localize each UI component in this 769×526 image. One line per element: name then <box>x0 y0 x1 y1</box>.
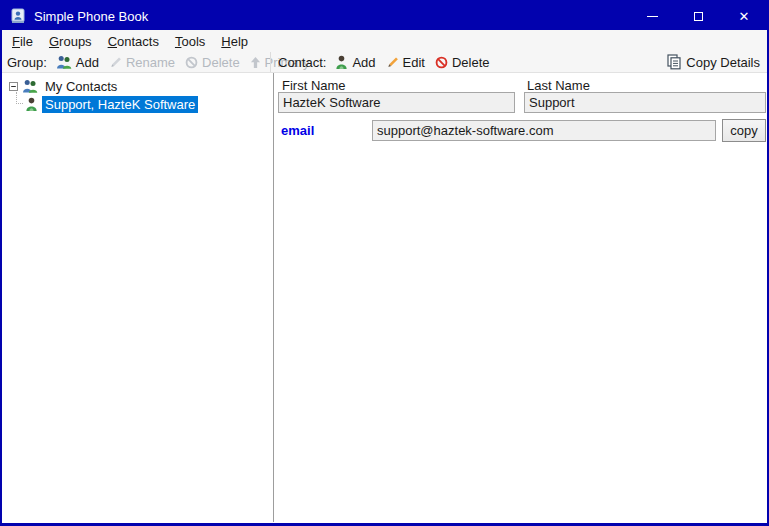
menu-file[interactable]: File <box>4 32 41 51</box>
maximize-icon <box>694 12 703 21</box>
contact-delete-label: Delete <box>452 55 490 70</box>
email-field[interactable] <box>372 120 716 141</box>
main-content: My Contacts Support, HazteK Software Fir… <box>2 73 767 522</box>
last-name-field[interactable] <box>524 92 766 113</box>
group-icon <box>22 79 38 93</box>
contact-delete-button[interactable]: Delete <box>430 54 495 71</box>
first-name-field[interactable] <box>278 92 515 113</box>
minimize-button[interactable] <box>629 2 675 30</box>
person-icon <box>25 97 38 112</box>
copy-icon <box>667 54 681 70</box>
pencil-icon <box>386 56 399 69</box>
group-add-icon <box>56 55 72 69</box>
group-add-label: Add <box>76 55 99 70</box>
last-name-label: Last Name <box>527 78 590 93</box>
copy-details-button[interactable]: Copy Details <box>663 53 764 71</box>
no-entry-icon <box>435 56 448 69</box>
tree-item-contact[interactable]: Support, HazteK Software <box>2 95 273 113</box>
app-icon <box>10 8 26 24</box>
tree-connector <box>16 92 23 104</box>
window-controls: ✕ <box>629 2 767 30</box>
collapse-icon[interactable] <box>9 82 18 91</box>
first-name-label: First Name <box>282 78 346 93</box>
contact-details-panel: First Name Last Name email copy <box>274 73 767 522</box>
app-window: Simple Phone Book ✕ File Groups Contacts… <box>0 0 769 526</box>
tree-root-my-contacts[interactable]: My Contacts <box>2 77 273 95</box>
tree-item-label[interactable]: Support, HazteK Software <box>42 96 198 113</box>
window-title: Simple Phone Book <box>34 9 148 24</box>
menu-groups[interactable]: Groups <box>41 32 100 51</box>
arrow-up-icon <box>250 56 261 69</box>
group-delete-label: Delete <box>202 55 240 70</box>
titlebar: Simple Phone Book ✕ <box>2 2 767 30</box>
groups-tree[interactable]: My Contacts Support, HazteK Software <box>2 73 274 522</box>
contact-add-label: Add <box>352 55 375 70</box>
pencil-icon <box>109 56 122 69</box>
group-toolbar-section: Group: Add Rename <box>2 54 270 71</box>
toolbar: Group: Add Rename <box>2 52 767 73</box>
minimize-icon <box>647 16 658 17</box>
group-add-button[interactable]: Add <box>51 54 104 71</box>
person-add-icon <box>335 55 348 70</box>
email-field-label: email <box>281 123 314 138</box>
contact-edit-button[interactable]: Edit <box>381 54 430 71</box>
close-icon: ✕ <box>739 10 750 23</box>
group-rename-button[interactable]: Rename <box>104 54 180 71</box>
close-button[interactable]: ✕ <box>721 2 767 30</box>
menubar: File Groups Contacts Tools Help <box>2 30 767 52</box>
menu-tools[interactable]: Tools <box>167 32 213 51</box>
group-rename-label: Rename <box>126 55 175 70</box>
copy-details-label: Copy Details <box>686 55 760 70</box>
contact-edit-label: Edit <box>403 55 425 70</box>
tree-root-label[interactable]: My Contacts <box>42 78 120 95</box>
contact-add-button[interactable]: Add <box>330 54 380 71</box>
contact-toolbar-section: Contact: Add Edit <box>271 54 495 71</box>
no-entry-icon <box>185 56 198 69</box>
contact-toolbar-label: Contact: <box>278 55 326 70</box>
maximize-button[interactable] <box>675 2 721 30</box>
menu-contacts[interactable]: Contacts <box>100 32 167 51</box>
email-copy-button[interactable]: copy <box>722 119 766 142</box>
menu-help[interactable]: Help <box>213 32 256 51</box>
group-delete-button[interactable]: Delete <box>180 54 245 71</box>
group-toolbar-label: Group: <box>7 55 47 70</box>
